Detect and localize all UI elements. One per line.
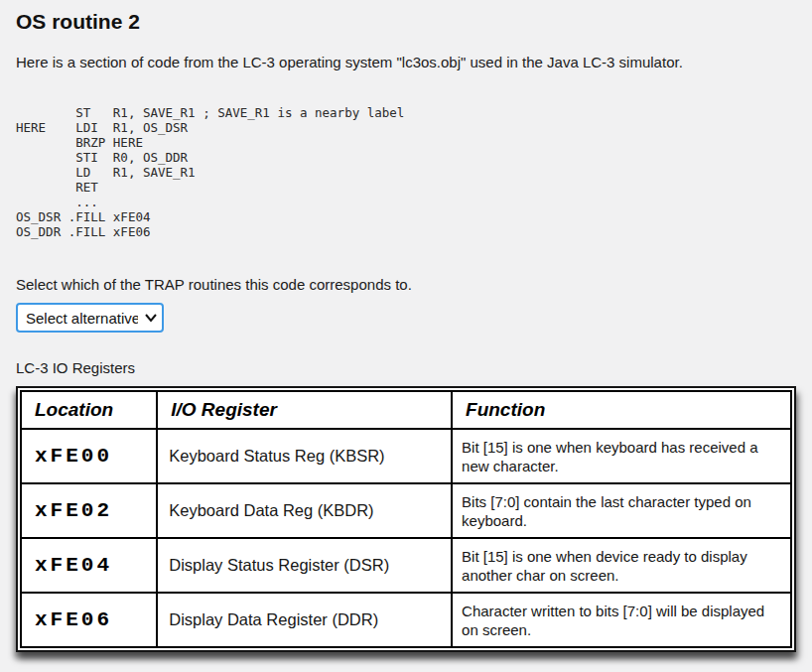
question-text: Select which of the TRAP routines this c… [16,275,796,295]
cell-function: Bits [7:0] contain the last character ty… [452,483,791,538]
cell-location: xFE00 [21,429,157,483]
cell-function: Character written to bits [7:0] will be … [452,593,791,647]
answer-select-wrap: Select alternative [16,303,164,333]
table-row: xFE00 Keyboard Status Reg (KBSR) Bit [15… [21,429,791,483]
cell-function: Bit [15] is one when keyboard has receiv… [452,429,791,483]
table-header-row: Location I/O Register Function [21,391,791,429]
cell-register: Keyboard Status Reg (KBSR) [157,429,452,483]
intro-text: Here is a section of code from the LC-3 … [16,53,796,72]
cell-register: Display Data Register (DDR) [157,593,452,647]
col-header-function: Function [452,391,791,429]
page: OS routine 2 Here is a section of code f… [0,0,812,656]
cell-location: xFE04 [21,538,157,593]
table-row: xFE04 Display Status Register (DSR) Bit … [21,538,791,593]
cell-location: xFE06 [21,593,157,647]
col-header-location: Location [21,391,157,429]
cell-register: Keyboard Data Reg (KBDR) [157,483,452,538]
page-title: OS routine 2 [16,0,796,35]
cell-function: Bit [15] is one when device ready to dis… [452,538,791,593]
table-row: xFE06 Display Data Register (DDR) Charac… [21,593,791,647]
cell-location: xFE02 [21,483,157,538]
io-registers-table-frame: Location I/O Register Function xFE00 Key… [16,386,796,652]
col-header-register: I/O Register [157,391,452,429]
answer-select[interactable]: Select alternative [16,303,164,333]
cell-register: Display Status Register (DSR) [157,538,452,593]
code-block: ST R1, SAVE_R1 ; SAVE_R1 is a nearby lab… [16,105,796,239]
io-registers-table: Location I/O Register Function xFE00 Key… [20,390,792,648]
io-table-caption: LC-3 IO Registers [16,358,796,378]
table-row: xFE02 Keyboard Data Reg (KBDR) Bits [7:0… [21,483,791,538]
